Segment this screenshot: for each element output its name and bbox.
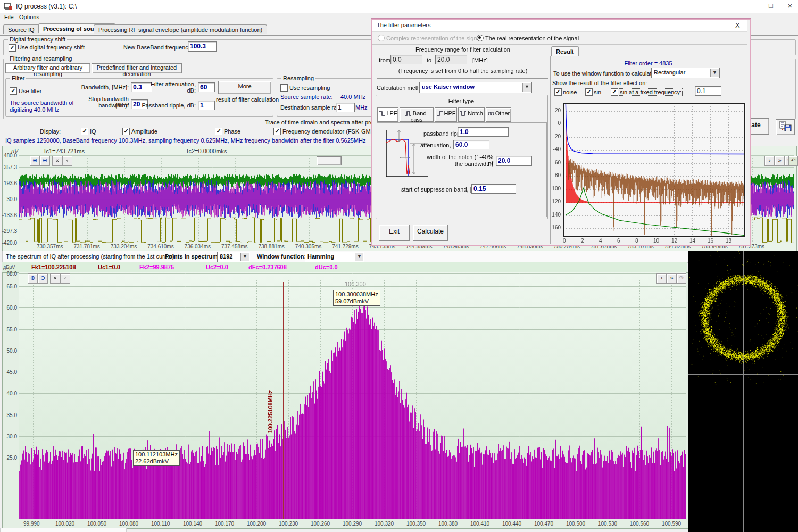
result-tab[interactable]: Result — [551, 46, 579, 56]
result-plot-canvas[interactable] — [563, 103, 745, 237]
display-iq-checkbox[interactable]: ✓ — [81, 128, 88, 135]
duc-readout: dUc=0.0 — [315, 264, 338, 270]
other-filter-icon — [487, 111, 494, 117]
dialog-ripple-input[interactable]: 1.0 — [458, 127, 509, 137]
combo-arrow-icon[interactable]: ▼ — [240, 253, 249, 261]
passband-ripple-input[interactable]: 1 — [198, 101, 215, 110]
spectrum-redo-view-button[interactable]: ↷ — [677, 273, 686, 284]
filter-order-text: Filter order = 4835 — [550, 60, 746, 66]
filter-type-other-button[interactable]: Other — [486, 107, 511, 122]
maximize-button[interactable]: □ — [763, 2, 779, 10]
sin-fixed-checkbox[interactable]: ✓ — [611, 88, 618, 96]
axis-tick-label: 0 — [563, 238, 566, 244]
combo-arrow-icon[interactable]: ▼ — [355, 253, 363, 261]
axis-tick-label: 100.380 — [438, 521, 458, 527]
filter-attenuation-input[interactable]: 60 — [198, 82, 215, 92]
menu-options[interactable]: Options — [19, 14, 39, 20]
iq-info-line: IQ samples 1250000, BaseBand frequency 1… — [5, 137, 365, 144]
axis-tick-label: 16 — [708, 238, 713, 244]
display-phase-checkbox[interactable]: ✓ — [215, 128, 222, 135]
tab-processing-rf-envelope[interactable]: Processing RF signal envelope (amplitude… — [94, 24, 267, 34]
spectrum-scroll-right-button[interactable]: › — [656, 273, 667, 284]
tab-source-iq[interactable]: Source IQ — [3, 24, 39, 34]
to-input[interactable]: 20.0 — [435, 55, 467, 64]
filter-type-notch-button[interactable]: Notch — [458, 107, 485, 122]
filtering-resampling-legend: Filtering and resampling — [8, 55, 73, 62]
window-function-value: Hamming — [307, 253, 334, 260]
time-cursor2-readout: Tc2=0.0000mks — [186, 148, 227, 154]
destination-sample-rate-input[interactable]: 1 — [336, 103, 355, 112]
export-report-button[interactable] — [776, 119, 795, 135]
spectrum-zoom-out-button[interactable]: ⊖ — [38, 273, 48, 284]
sin-fixed-input[interactable]: 0.1 — [695, 86, 721, 96]
spectrum-canvas[interactable] — [19, 272, 686, 519]
noise-checkbox[interactable]: ✓ — [554, 88, 562, 96]
dialog-calculate-button[interactable]: Calculate — [413, 225, 448, 241]
constellation-canvas[interactable] — [688, 251, 798, 532]
dialog-notch-input[interactable]: 20.0 — [496, 156, 532, 166]
source-sample-rate-label: Source sample rate: — [280, 94, 332, 100]
axis-tick-label: 50.0 — [3, 348, 17, 354]
fk2-readout: Fk2=99.9875 — [139, 264, 174, 270]
use-digital-frequency-shift-checkbox[interactable]: ✓ — [9, 44, 16, 52]
combo-arrow-icon[interactable]: ▼ — [522, 83, 531, 92]
spectrum-scroll-left-button[interactable]: ‹ — [60, 273, 70, 284]
window-function-combo[interactable]: Hamming ▼ — [305, 252, 364, 262]
real-representation-radio[interactable] — [477, 35, 484, 41]
window-title: IQ process (v3.1): C:\ — [16, 3, 77, 10]
complex-representation-label: Complex representation of the signal — [386, 35, 481, 41]
source-bandwidth-note: The source bandwidth of digitizing 40.0 … — [10, 99, 89, 113]
dialog-suppression-input[interactable]: 0.15 — [471, 184, 516, 194]
stop-bandwidth-label-2: bandwidth): — [81, 102, 129, 109]
time-zoom-in-button[interactable]: ⊕ — [30, 156, 40, 166]
result-window-combo[interactable]: Rectangular ▼ — [651, 68, 720, 78]
noise-label: noise — [563, 89, 577, 95]
calc-method-combo[interactable]: use Kaiser window ▼ — [419, 82, 532, 93]
uc1-readout: Uc1=0.0 — [98, 264, 120, 270]
combo-arrow-icon[interactable]: ▼ — [710, 69, 719, 77]
destination-sample-rate-label: Destination sample rate: — [280, 104, 344, 111]
dialog-title-bar[interactable]: The filter parameters X — [372, 20, 747, 32]
sin-checkbox[interactable]: ✓ — [585, 88, 593, 96]
time-scroll-fast-left-button[interactable]: « — [52, 156, 62, 166]
axis-tick-label: 35.0 — [3, 412, 17, 418]
more-button[interactable]: More — [218, 81, 271, 94]
display-fdem-checkbox[interactable]: ✓ — [273, 128, 281, 135]
points-in-spectrum-combo[interactable]: 8192 ▼ — [217, 252, 250, 262]
filter-type-title: Filter type — [376, 98, 547, 104]
time-scroll-right-button[interactable]: › — [764, 156, 775, 166]
source-sample-rate-value: 40.0 MHz — [340, 94, 365, 100]
time-scrollbar-thumb[interactable] — [317, 156, 342, 165]
tab-predefined-filter[interactable]: Predefined filter and integrated decimat… — [92, 63, 182, 73]
new-baseband-frequency-input[interactable]: 100.3 — [188, 41, 217, 52]
dfc-readout: dFc=0.237608 — [248, 264, 287, 270]
minimize-button[interactable]: – — [744, 2, 760, 10]
close-button[interactable]: × — [782, 1, 798, 10]
filter-type-lpf-button[interactable]: LPF — [377, 107, 398, 122]
spectrum-zoom-in-button[interactable]: ⊕ — [28, 273, 38, 284]
axis-tick-label: 737.458ms — [221, 244, 247, 250]
time-undo-view-button[interactable]: ↶ — [788, 156, 798, 166]
spectrum-cursor-line[interactable] — [283, 282, 284, 519]
filter-type-bandpass-button[interactable]: Band-pass — [400, 107, 434, 122]
dialog-close-button[interactable]: X — [735, 21, 740, 29]
time-scroll-fast-right-button[interactable]: » — [775, 156, 785, 166]
freq-note: (Frequency is set from 0 to half the sam… — [378, 68, 548, 74]
time-scroll-left-button[interactable]: ‹ — [62, 156, 72, 166]
use-resampling-checkbox[interactable] — [280, 84, 288, 92]
menu-file[interactable]: File — [4, 14, 14, 20]
from-input[interactable]: 0.0 — [390, 55, 422, 64]
dialog-atten-input[interactable]: 60.0 — [453, 140, 489, 149]
axis-tick-label: 100.500 — [566, 521, 585, 527]
spectrum-cursor-label: 100.225108MHz — [267, 380, 273, 444]
tab-arbitrary-filter[interactable]: Arbitrary filter and arbitrary resamplin… — [5, 63, 90, 73]
exit-button[interactable]: Exit — [379, 225, 410, 241]
spectrum-scroll-fast-right-button[interactable]: » — [667, 273, 677, 284]
filter-type-hpf-button[interactable]: HPF — [435, 107, 457, 122]
display-amplitude-checkbox[interactable]: ✓ — [122, 128, 130, 135]
use-filter-checkbox[interactable]: ✓ — [10, 87, 17, 95]
spectrum-scroll-fast-left-button[interactable]: « — [50, 273, 60, 284]
display-fdem-label: Frequency demodulator (FSK-GMSK) — [282, 128, 380, 135]
time-zoom-out-button[interactable]: ⊖ — [40, 156, 50, 166]
complex-representation-radio[interactable] — [378, 35, 385, 41]
